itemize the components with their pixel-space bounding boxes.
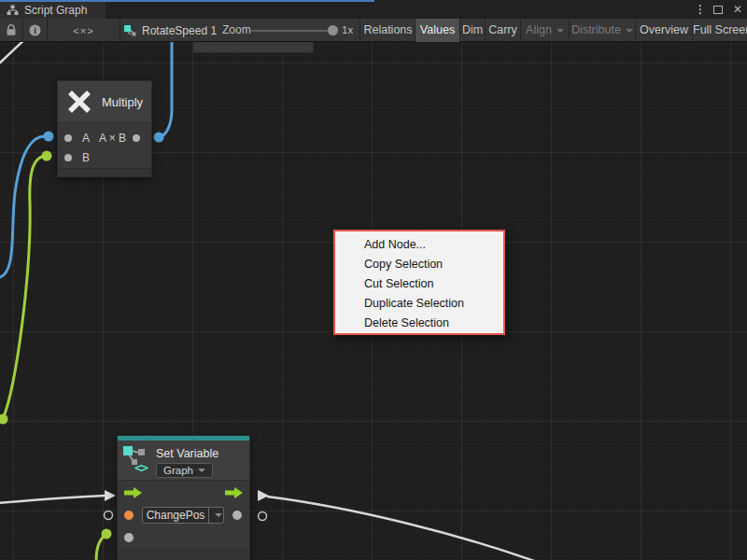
variable-row: ChangePos [118, 507, 249, 524]
multiply-node[interactable]: Multiply A A × B B [57, 80, 152, 177]
graph-hierarchy-icon [7, 5, 19, 16]
graph-breadcrumb[interactable]: RotateSpeed 1 [123, 19, 217, 42]
wire-green-setvar [96, 535, 106, 560]
info-button[interactable]: i [23, 19, 47, 42]
window-menu-icon[interactable]: ⋮ [695, 2, 706, 17]
script-graph-window: Script Graph ⋮ ✕ i <×> [0, 0, 747, 560]
wire-blue-output [159, 42, 172, 137]
value-input-row [118, 533, 249, 542]
code-view-button[interactable]: <×> [48, 19, 120, 42]
unconnected-port-left[interactable] [105, 511, 113, 520]
graph-name: RotateSpeed 1 [142, 24, 217, 37]
menu-item-copy-selection[interactable]: Copy Selection [335, 255, 503, 274]
menu-item-delete-selection[interactable]: Delete Selection [335, 314, 503, 333]
dim-button[interactable]: Dim [460, 19, 485, 42]
tab-script-graph[interactable]: Script Graph [0, 2, 106, 19]
close-icon[interactable]: ✕ [733, 2, 742, 17]
set-variable-icon: <> [121, 444, 151, 474]
toolbar-separator [359, 19, 360, 42]
chevron-down-icon [557, 29, 564, 33]
set-variable-body: ChangePos [118, 480, 249, 550]
input-port-b[interactable] [64, 154, 72, 161]
flow-in-arrow-icon[interactable] [124, 487, 142, 498]
value-input-port[interactable] [124, 533, 134, 542]
multiply-node-footer [58, 168, 151, 176]
script-graph-icon [123, 24, 136, 36]
lock-icon [6, 24, 17, 36]
graph-toolbar: i <×> RotateSpeed 1 Zoom 1x Relations Va… [0, 19, 747, 42]
zoom-slider-handle[interactable] [328, 25, 338, 35]
relations-button[interactable]: Relations [361, 19, 415, 42]
wire-endpoint-blue [154, 133, 164, 143]
set-variable-header: <> Set Variable Graph [118, 441, 249, 480]
flow-out-arrow-icon[interactable] [225, 487, 243, 498]
output-port[interactable] [133, 134, 140, 142]
port-label-output: A × B [99, 132, 126, 145]
port-row: B [58, 147, 151, 167]
chevron-down-icon [215, 513, 222, 517]
info-icon: i [29, 24, 41, 36]
overview-button[interactable]: Overview [636, 19, 692, 42]
wire-endpoint-green [0, 414, 8, 425]
lock-button[interactable] [0, 19, 22, 42]
multiply-icon [65, 88, 93, 116]
control-arrowhead [105, 490, 116, 501]
distribute-label: Distribute [571, 23, 621, 36]
wire-green-input [3, 156, 46, 419]
value-output-port[interactable] [233, 511, 242, 520]
port-label-a: A [82, 132, 90, 145]
maximize-icon[interactable] [713, 2, 723, 17]
port-row: A A × B [58, 128, 151, 147]
wire-white-diagonal [0, 42, 30, 66]
variable-input-port[interactable] [124, 511, 134, 520]
svg-text:<>: <> [134, 460, 148, 474]
chevron-down-icon [626, 29, 633, 33]
values-button[interactable]: Values [416, 19, 459, 42]
fullscreen-button[interactable]: Full Screen [693, 19, 747, 42]
code-view-icon: <×> [73, 25, 93, 36]
variable-name-dropdown[interactable]: ChangePos [142, 507, 224, 524]
control-flow-row [118, 481, 249, 498]
context-menu: Add Node... Copy Selection Cut Selection… [333, 230, 505, 335]
set-variable-node[interactable]: <> Set Variable Graph [117, 435, 250, 560]
zoom-label: Zoom [222, 19, 251, 42]
wire-control-in [0, 496, 105, 503]
multiply-node-body: A A × B B [58, 122, 151, 168]
unconnected-port-right[interactable] [259, 512, 267, 521]
multiply-node-header: Multiply [58, 81, 151, 122]
toolbar-separator [120, 19, 120, 42]
zoom-slider-track[interactable] [250, 30, 332, 32]
port-label-b: B [82, 151, 90, 164]
menu-item-duplicate-selection[interactable]: Duplicate Selection [335, 294, 503, 314]
menu-item-add-node[interactable]: Add Node... [335, 235, 503, 255]
node-title: Multiply [102, 95, 143, 109]
scope-label: Graph [163, 465, 193, 476]
titlebar: Script Graph ⋮ ✕ [0, 0, 747, 19]
dropdown-caret-button[interactable] [209, 508, 223, 523]
distribute-button[interactable]: Distribute [570, 19, 635, 42]
graph-canvas[interactable]: Multiply A A × B B [0, 42, 747, 560]
wire-endpoint-green [42, 151, 52, 161]
menu-item-cut-selection[interactable]: Cut Selection [335, 274, 503, 294]
tab-label: Script Graph [24, 4, 87, 17]
wire-endpoint-green [102, 529, 112, 539]
variable-scope-dropdown[interactable]: Graph [156, 463, 213, 478]
align-button[interactable]: Align [521, 19, 569, 42]
chevron-down-icon [198, 469, 205, 472]
set-variable-footer [118, 550, 249, 560]
variable-name: ChangePos [143, 508, 208, 523]
carry-button[interactable]: Carry [486, 19, 520, 42]
node-title: Set Variable [156, 447, 218, 460]
offscreen-node-footer[interactable] [192, 42, 314, 53]
wire-control-out [267, 497, 537, 560]
align-label: Align [526, 23, 552, 36]
input-port-a[interactable] [64, 134, 72, 142]
zoom-value: 1x [342, 19, 353, 42]
svg-text:i: i [34, 26, 36, 35]
wire-endpoint-blue [44, 132, 54, 142]
